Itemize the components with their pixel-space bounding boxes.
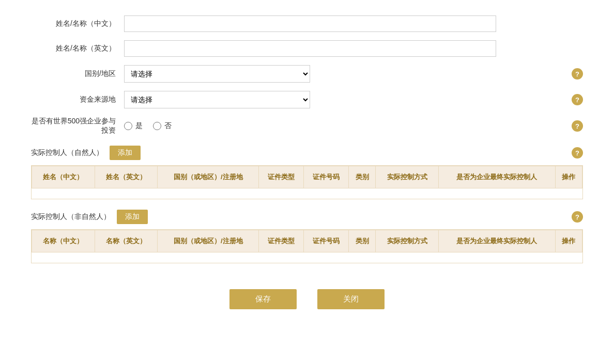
- natural-col-ultimate-controller: 是否为企业最终实际控制人: [438, 166, 555, 188]
- natural-col-cert-type: 证件类型: [259, 166, 304, 188]
- natural-add-button[interactable]: 添加: [110, 146, 141, 160]
- non-natural-person-table: 名称（中文） 名称（英文） 国别（或地区）/注册地 证件类型 证件号码 类别 实…: [32, 230, 582, 263]
- natural-table-empty-row: [32, 188, 582, 199]
- country-label: 国别/地区: [31, 69, 124, 78]
- fund-source-help-icon[interactable]: ?: [572, 94, 583, 105]
- natural-col-name-en: 姓名（英文）: [95, 166, 158, 188]
- non-natural-col-cert-no: 证件号码: [304, 230, 349, 252]
- non-natural-col-country: 国别（或地区）/注册地: [158, 230, 259, 252]
- non-natural-col-operation: 操作: [555, 230, 582, 252]
- natural-table-header-row: 姓名（中文） 姓名（英文） 国别（或地区）/注册地 证件类型 证件号码 类别 实…: [32, 166, 582, 188]
- natural-section-help-icon[interactable]: ?: [572, 147, 583, 159]
- non-natural-add-button[interactable]: 添加: [117, 210, 148, 224]
- country-select[interactable]: 请选择: [124, 65, 310, 83]
- natural-section-title: 实际控制人（自然人）: [31, 148, 103, 157]
- non-natural-col-name-en: 名称（英文）: [95, 230, 158, 252]
- natural-col-name-cn: 姓名（中文）: [32, 166, 95, 188]
- natural-person-table-container: 姓名（中文） 姓名（英文） 国别（或地区）/注册地 证件类型 证件号码 类别 实…: [31, 165, 583, 199]
- natural-col-control-method: 实际控制方式: [376, 166, 439, 188]
- fortune500-yes-option[interactable]: 是: [124, 121, 143, 131]
- country-help-icon[interactable]: ?: [572, 68, 583, 80]
- close-button[interactable]: 关闭: [317, 289, 385, 309]
- non-natural-col-cert-type: 证件类型: [259, 230, 304, 252]
- fortune500-label: 是否有世界500强企业参与投资: [31, 117, 124, 135]
- non-natural-section-title: 实际控制人（非自然人）: [31, 212, 111, 221]
- fortune500-yes-label: 是: [135, 121, 143, 131]
- non-natural-col-control-method: 实际控制方式: [376, 230, 439, 252]
- fortune500-yes-radio[interactable]: [124, 122, 132, 130]
- non-natural-person-table-container: 名称（中文） 名称（英文） 国别（或地区）/注册地 证件类型 证件号码 类别 实…: [31, 229, 583, 263]
- non-natural-col-name-cn: 名称（中文）: [32, 230, 95, 252]
- name-cn-input[interactable]: [124, 15, 496, 32]
- name-cn-label: 姓名/名称（中文）: [31, 19, 124, 28]
- name-en-input[interactable]: [124, 40, 496, 57]
- fund-source-label: 资金来源地: [31, 95, 124, 104]
- non-natural-section-help-icon[interactable]: ?: [572, 211, 583, 223]
- fund-source-select[interactable]: 请选择: [124, 91, 310, 108]
- fortune500-no-radio[interactable]: [153, 122, 161, 130]
- fortune500-no-label: 否: [164, 121, 172, 131]
- fortune500-no-option[interactable]: 否: [153, 121, 172, 131]
- save-button[interactable]: 保存: [229, 289, 297, 309]
- natural-col-operation: 操作: [555, 166, 582, 188]
- bottom-buttons: 保存 关闭: [31, 289, 583, 309]
- natural-col-category: 类别: [349, 166, 376, 188]
- non-natural-col-category: 类别: [349, 230, 376, 252]
- fortune500-radio-group: 是 否: [124, 121, 172, 131]
- name-en-label: 姓名/名称（英文）: [31, 44, 124, 53]
- non-natural-col-ultimate-controller: 是否为企业最终实际控制人: [438, 230, 555, 252]
- non-natural-table-empty-row: [32, 252, 582, 263]
- natural-col-cert-no: 证件号码: [304, 166, 349, 188]
- fortune500-help-icon[interactable]: ?: [572, 120, 583, 132]
- natural-col-country: 国别（或地区）/注册地: [158, 166, 259, 188]
- natural-person-table: 姓名（中文） 姓名（英文） 国别（或地区）/注册地 证件类型 证件号码 类别 实…: [32, 166, 582, 199]
- non-natural-table-header-row: 名称（中文） 名称（英文） 国别（或地区）/注册地 证件类型 证件号码 类别 实…: [32, 230, 582, 252]
